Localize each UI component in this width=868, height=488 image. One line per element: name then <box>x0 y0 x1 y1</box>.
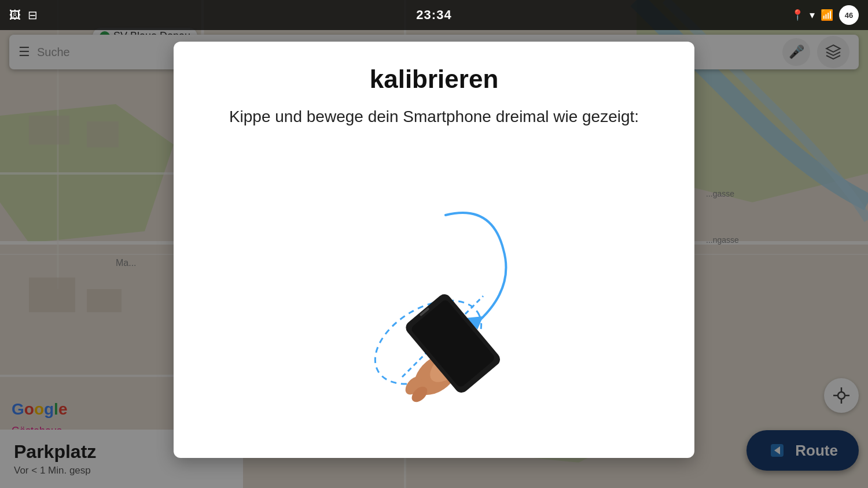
calibration-modal: kalibrieren Kippe und bewege dein Smartp… <box>174 42 694 458</box>
status-left-icons: 🖼 ⊟ <box>9 8 38 22</box>
calibration-svg <box>312 169 556 412</box>
modal-title: kalibrieren <box>370 65 499 94</box>
battery-level: 46 <box>839 5 859 25</box>
status-bar: 🖼 ⊟ 23:34 📍 ▾ 📶 46 <box>0 0 868 30</box>
calibration-illustration <box>208 145 660 435</box>
sim-icon: ⊟ <box>28 8 38 22</box>
modal-overlay: kalibrieren Kippe und bewege dein Smartp… <box>0 0 868 488</box>
modal-description: Kippe und bewege dein Smartphone dreimal… <box>229 105 639 128</box>
status-right-icons: 📍 ▾ 📶 46 <box>791 5 859 25</box>
status-time: 23:34 <box>416 8 451 23</box>
signal-icon: 📶 <box>821 9 833 21</box>
location-pin-icon: 📍 <box>791 9 804 21</box>
photo-icon: 🖼 <box>9 9 21 22</box>
wifi-icon: ▾ <box>810 9 815 21</box>
